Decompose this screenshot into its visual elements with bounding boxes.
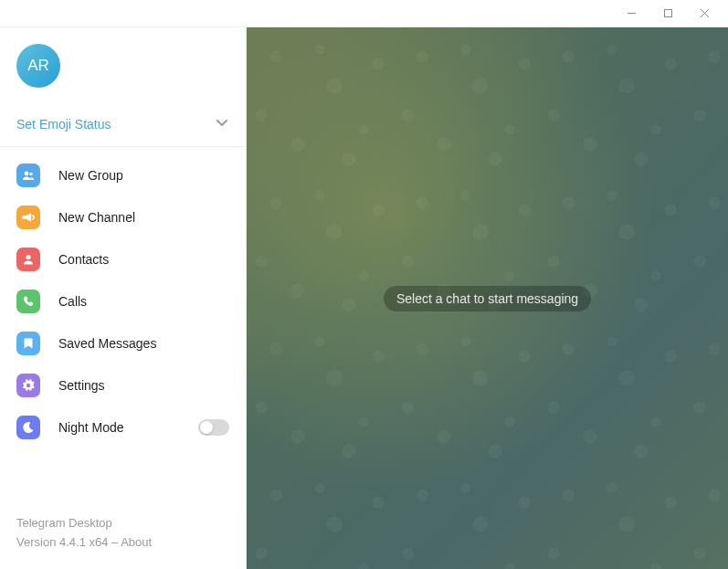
chat-area: Select a chat to start messaging xyxy=(247,27,728,569)
bookmark-icon xyxy=(16,332,40,355)
group-icon xyxy=(16,163,40,187)
version-text: Version 4.4.1 x64 – xyxy=(16,535,121,549)
close-button[interactable] xyxy=(686,1,723,26)
svg-point-5 xyxy=(29,173,33,176)
menu-item-label: Contacts xyxy=(58,252,229,267)
moon-icon xyxy=(16,416,40,439)
titlebar xyxy=(0,0,728,27)
svg-point-4 xyxy=(25,172,29,176)
person-icon xyxy=(16,248,40,271)
avatar-initials: AR xyxy=(27,57,49,75)
menu-item-contacts[interactable]: Contacts xyxy=(0,238,246,280)
chat-placeholder: Select a chat to start messaging xyxy=(384,286,591,311)
avatar[interactable]: AR xyxy=(16,44,60,88)
night-mode-toggle[interactable] xyxy=(198,419,229,436)
about-link[interactable]: About xyxy=(121,535,152,549)
profile-section: AR xyxy=(0,27,246,97)
menu-item-label: New Channel xyxy=(58,210,229,225)
menu-item-label: Settings xyxy=(58,378,229,393)
menu-item-label: Saved Messages xyxy=(58,336,229,351)
menu-item-calls[interactable]: Calls xyxy=(0,280,246,322)
menu-item-label: Calls xyxy=(58,294,229,309)
menu: New Group New Channel Contacts xyxy=(0,147,246,501)
maximize-button[interactable] xyxy=(649,1,686,26)
menu-item-settings[interactable]: Settings xyxy=(0,364,246,406)
svg-point-6 xyxy=(26,255,30,259)
phone-icon xyxy=(16,290,40,313)
menu-item-label: New Group xyxy=(58,168,229,183)
app-name: Telegram Desktop xyxy=(16,514,229,533)
menu-item-label: Night Mode xyxy=(58,420,180,435)
svg-rect-1 xyxy=(664,10,671,17)
chevron-down-icon[interactable] xyxy=(215,115,229,133)
sidebar-footer: Telegram Desktop Version 4.4.1 x64 – Abo… xyxy=(0,501,246,569)
sidebar: AR Set Emoji Status New Group xyxy=(0,27,247,569)
menu-item-new-channel[interactable]: New Channel xyxy=(0,196,246,238)
menu-item-new-group[interactable]: New Group xyxy=(0,154,246,196)
version-line: Version 4.4.1 x64 – About xyxy=(16,533,229,553)
set-emoji-status-link[interactable]: Set Emoji Status xyxy=(16,117,111,132)
megaphone-icon xyxy=(16,205,40,229)
minimize-button[interactable] xyxy=(613,1,649,26)
status-row: Set Emoji Status xyxy=(0,97,246,147)
gear-icon xyxy=(16,374,40,397)
menu-item-saved-messages[interactable]: Saved Messages xyxy=(0,322,246,364)
menu-item-night-mode[interactable]: Night Mode xyxy=(0,406,246,448)
